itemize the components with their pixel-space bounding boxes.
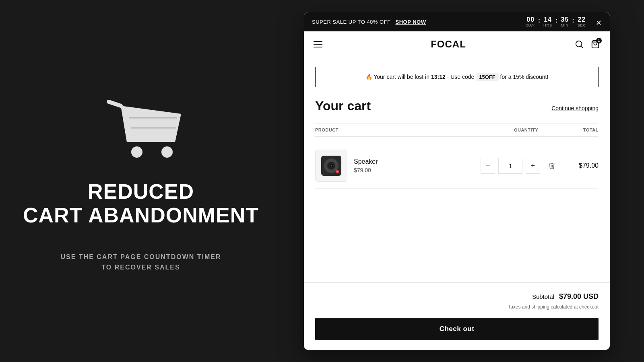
cart-header: Your cart Continue shopping (315, 99, 599, 113)
timer-colon-3: : (572, 17, 574, 27)
product-name: Speaker (354, 158, 378, 165)
product-info: Speaker $79.00 (315, 150, 478, 182)
left-panel: REDUCED CART ABANDONMENT USE THE CART PA… (0, 0, 282, 362)
nav-icons: 1 (574, 39, 600, 49)
timer-days: 00 DAY (526, 16, 535, 27)
hamburger-menu-icon[interactable] (314, 41, 322, 47)
svg-point-0 (131, 146, 142, 158)
left-title: REDUCED CART ABANDONMENT (23, 180, 259, 228)
quantity-input[interactable] (498, 158, 522, 174)
urgency-suffix: for a 15% discount! (500, 74, 549, 80)
quantity-decrease-button[interactable]: − (481, 158, 495, 174)
col-header-quantity: QUANTITY (494, 128, 558, 132)
delete-item-button[interactable] (548, 162, 555, 169)
shop-now-link[interactable]: SHOP NOW (396, 19, 426, 25)
discount-code: 15OFF (476, 73, 498, 81)
urgency-banner: 🔥 Your cart will be lost in 13:12 - Use … (315, 67, 599, 87)
browser-window: SUPER SALE UP TO 40% OFF SHOP NOW 00 DAY… (304, 12, 610, 350)
timer-colon-1: : (538, 17, 540, 27)
urgency-prefix: Your cart will be lost in (374, 74, 429, 80)
timer-seconds: 22 SEC (577, 16, 586, 27)
countdown-timer: 00 DAY : 14 HRS : 35 MIN : 22 SEC ✕ (526, 16, 602, 27)
search-icon[interactable] (574, 39, 584, 49)
urgency-separator: - Use code (447, 74, 475, 80)
urgency-timer: 13:12 (431, 74, 446, 80)
announcement-text: SUPER SALE UP TO 40% OFF SHOP NOW (312, 19, 426, 25)
svg-line-5 (581, 46, 582, 47)
quantity-controls: − + (478, 158, 558, 174)
cart-badge: 1 (596, 38, 602, 43)
product-price: $79.00 (354, 167, 378, 173)
tax-note: Taxes and shipping calculated at checkou… (315, 304, 599, 310)
subtotal-amount: $79.00 USD (559, 292, 599, 301)
cart-footer: Subtotal $79.00 USD Taxes and shipping c… (304, 282, 610, 350)
continue-shopping-link[interactable]: Continue shopping (551, 105, 599, 111)
timer-minutes: 35 MIN (561, 16, 569, 27)
svg-point-1 (161, 146, 173, 158)
timer-colon-2: : (555, 17, 557, 27)
col-header-total: TOTAL (558, 128, 599, 132)
cart-table-header: PRODUCT QUANTITY TOTAL (315, 123, 599, 137)
subtotal-label: Subtotal (532, 293, 554, 300)
subtotal-row: Subtotal $79.00 USD (315, 292, 599, 301)
announcement-close-button[interactable]: ✕ (596, 19, 602, 27)
announcement-bar: SUPER SALE UP TO 40% OFF SHOP NOW 00 DAY… (304, 12, 610, 31)
left-subtitle: USE THE CART PAGE COUNTDOWN TIMERTO RECO… (60, 252, 221, 272)
svg-point-11 (331, 165, 332, 167)
table-row: Speaker $79.00 − + (315, 143, 599, 189)
cart-hero-icon (97, 90, 185, 164)
cart-icon[interactable]: 1 (590, 39, 600, 49)
timer-hours: 14 HRS (543, 16, 552, 27)
right-panel: SUPER SALE UP TO 40% OFF SHOP NOW 00 DAY… (282, 0, 644, 362)
cart-title: Your cart (315, 99, 371, 113)
urgency-emoji: 🔥 (365, 74, 372, 80)
quantity-increase-button[interactable]: + (526, 158, 540, 174)
brand-logo[interactable]: FOCAL (431, 39, 466, 50)
sale-text: SUPER SALE UP TO 40% OFF (312, 19, 391, 25)
cart-content: 🔥 Your cart will be lost in 13:12 - Use … (304, 57, 610, 282)
product-details: Speaker $79.00 (354, 158, 378, 173)
nav-header: FOCAL 1 (304, 31, 610, 57)
item-total: $79.00 (558, 162, 599, 169)
col-header-product: PRODUCT (315, 128, 494, 132)
checkout-button[interactable]: Check out (315, 318, 599, 340)
product-image (315, 150, 347, 182)
